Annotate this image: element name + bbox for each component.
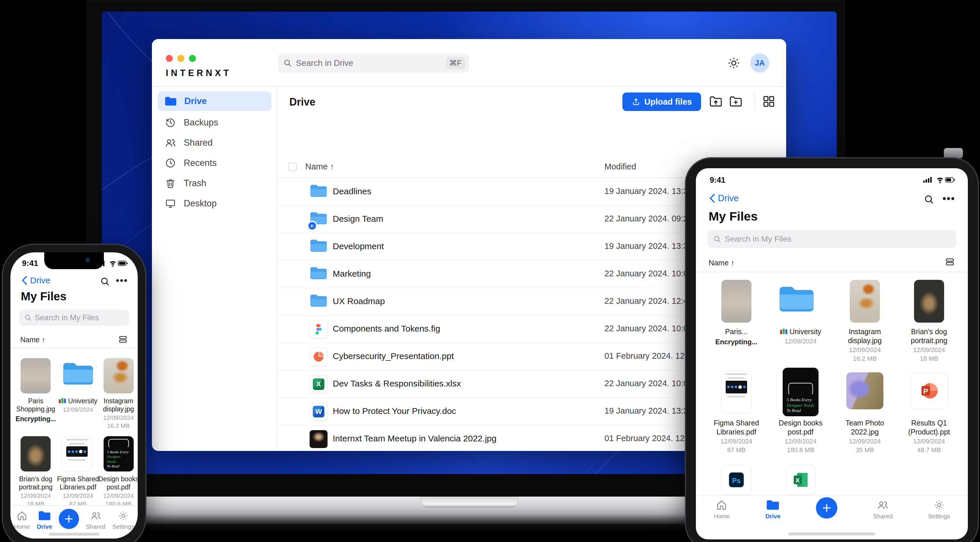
file-tile-name: Instagram display.jpg	[96, 397, 138, 413]
file-tile-thumbnail[interactable]: Ps	[721, 465, 751, 495]
sidebar-item-trash[interactable]: Trash	[158, 173, 271, 193]
file-tile-name: Figma Shared Libraries.pdf	[708, 418, 765, 436]
nav-home[interactable]: Home	[714, 499, 730, 520]
close-traffic-light[interactable]	[166, 55, 173, 62]
file-tile-thumbnail[interactable]: X	[786, 465, 816, 495]
avatar[interactable]: JA	[750, 54, 769, 73]
doc-line	[68, 459, 86, 461]
file-tile-thumbnail[interactable]	[850, 280, 880, 323]
more-options-icon[interactable]: •••	[942, 193, 955, 204]
folder-icon	[310, 183, 328, 201]
doc-line	[728, 377, 745, 379]
add-button[interactable]	[59, 509, 79, 529]
folder-icon	[38, 510, 51, 521]
column-name[interactable]: Name ↑	[305, 162, 334, 171]
home-indicator[interactable]	[789, 532, 875, 536]
folder-tile[interactable]	[62, 360, 94, 389]
file-tile-thumbnail[interactable]	[914, 280, 944, 323]
sort-by-name[interactable]: Name ↑	[20, 336, 45, 344]
sidebar-item-drive[interactable]: Drive	[158, 91, 271, 111]
page-title: My Files	[709, 209, 758, 223]
shared-users-icon	[876, 499, 889, 511]
sort-by-name[interactable]: Name ↑	[709, 258, 735, 267]
sort-arrow-icon: ↑	[42, 336, 45, 344]
file-tile-name: Brian's dog portrait.png	[13, 475, 58, 491]
nav-settings[interactable]: Settings	[112, 510, 134, 530]
grid-view-icon[interactable]	[762, 94, 776, 109]
sidebar-item-label: Drive	[184, 96, 207, 106]
sidebar-item-desktop[interactable]: Desktop	[158, 194, 271, 213]
gear-icon[interactable]	[727, 56, 741, 70]
file-tile-thumbnail[interactable]	[21, 358, 51, 393]
sidebar-item-recents[interactable]: Recents	[158, 153, 271, 173]
file-modified: 19 January 2024. 13:25	[605, 406, 693, 416]
file-modified: 19 January 2024. 13:32	[605, 187, 693, 196]
file-tile-thumbnail[interactable]	[21, 436, 51, 471]
page-title: Drive	[290, 96, 315, 108]
add-button[interactable]	[816, 497, 837, 518]
status-time: 9:41	[710, 176, 725, 185]
sidebar-item-shared[interactable]: Shared	[158, 133, 271, 153]
file-tile-date: 12/09/2024	[56, 406, 100, 413]
file-tile-thumbnail[interactable]: 5 Books EveryDesigner NeedsTo Read	[103, 436, 134, 471]
file-modified: 01 February 2024. 12:3	[605, 434, 692, 443]
minimize-traffic-light[interactable]	[177, 55, 184, 62]
file-tile-thumbnail[interactable]	[721, 371, 751, 414]
select-all-checkbox[interactable]	[288, 162, 297, 171]
nav-shared[interactable]: Shared	[86, 510, 106, 530]
gear-icon	[933, 499, 945, 511]
search-input[interactable]: Search in My Files	[19, 310, 129, 326]
file-tile-size: 48.7 MB	[900, 446, 958, 454]
file-tile-name: Paris...	[708, 327, 765, 336]
more-options-icon[interactable]: •••	[116, 275, 128, 286]
shared-users-icon	[89, 510, 102, 521]
maximize-traffic-light[interactable]	[189, 55, 196, 62]
file-tile-thumbnail[interactable]: 5 Books EveryDesigner NeedsTo Read	[783, 368, 819, 416]
file-tile-name: Figma Shared Libraries.pdf	[56, 475, 100, 491]
page-title: My Files	[21, 290, 67, 303]
nav-settings[interactable]: Settings	[928, 499, 950, 520]
file-tile-name: University	[772, 327, 830, 336]
sidebar-item-label: Trash	[184, 178, 206, 189]
search-input[interactable]: Search in Drive ⌘F	[278, 54, 469, 73]
column-modified[interactable]: Modified	[605, 162, 636, 171]
nav-drive[interactable]: Drive	[37, 510, 52, 530]
new-folder-icon[interactable]	[728, 94, 744, 109]
toolbar-separator	[754, 92, 755, 111]
upload-folder-icon[interactable]	[708, 94, 724, 109]
file-tile-thumbnail[interactable]	[103, 358, 134, 393]
file-name: How to Protect Your Privacy.doc	[333, 406, 456, 416]
chevron-left-icon	[21, 276, 28, 285]
file-modified: 22 January 2024. 10:08	[605, 324, 693, 333]
nav-home[interactable]: Home	[14, 510, 30, 530]
plus-icon	[821, 503, 832, 513]
monitor-icon	[165, 198, 176, 209]
list-view-icon[interactable]	[118, 334, 128, 344]
search-icon[interactable]	[100, 277, 110, 287]
folder-tile[interactable]	[778, 283, 815, 316]
search-icon[interactable]	[924, 194, 934, 204]
nav-shared[interactable]: Shared	[873, 499, 892, 520]
list-view-icon[interactable]	[945, 257, 955, 267]
nav-label: Home	[14, 523, 30, 530]
upload-files-label: Upload files	[644, 97, 692, 107]
search-placeholder: Search in My Files	[35, 313, 99, 322]
sidebar-item-backups[interactable]: Backups	[158, 113, 271, 132]
figma-file-icon	[310, 320, 328, 338]
signal-icon	[923, 177, 932, 183]
file-modified: 22 January 2024. 10:08	[605, 379, 693, 388]
back-button[interactable]: Drive	[709, 193, 739, 203]
file-tile-thumbnail[interactable]	[62, 436, 92, 471]
search-input[interactable]: Search in My Files	[708, 230, 956, 248]
file-name: Dev Tasks & Responsibilities.xlsx	[333, 379, 461, 388]
file-name: UX Roadmap	[333, 296, 385, 306]
back-button[interactable]: Drive	[21, 276, 50, 285]
nav-drive[interactable]: Drive	[765, 499, 781, 520]
back-label: Drive	[30, 276, 50, 285]
home-indicator[interactable]	[49, 533, 100, 536]
file-tile-thumbnail[interactable]	[846, 372, 883, 409]
upload-files-button[interactable]: Upload files	[622, 92, 701, 111]
file-tile-thumbnail[interactable]	[721, 280, 751, 323]
file-tile-thumbnail[interactable]: P	[910, 372, 948, 409]
file-tile-name: Paris Shopping.jpg	[13, 397, 58, 413]
